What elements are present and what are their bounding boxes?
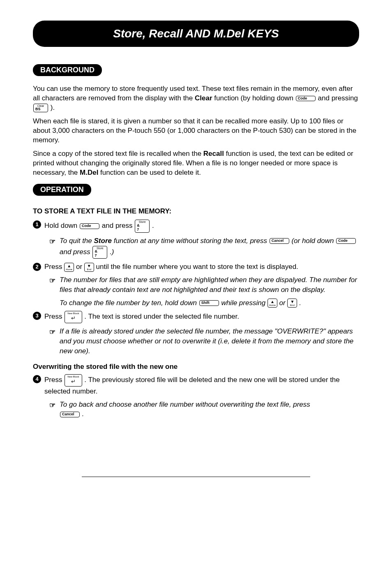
step-3: 3 Press New Block↵ . The text is stored … (33, 311, 359, 323)
key-down-end: ▼End (287, 299, 297, 308)
key-enter-newblock: New Block↵ (65, 374, 82, 387)
step-4-note: ☞ To go back and choose another file num… (49, 400, 359, 419)
key-store-7: Store&7 (92, 246, 107, 259)
text: function can be used to delete it. (100, 169, 201, 176)
step-content: Press ▲Home or ▼End until the file numbe… (44, 262, 359, 272)
text: or (76, 263, 84, 271)
text: Press (44, 313, 64, 321)
text: or (279, 299, 288, 307)
text: Press (44, 376, 64, 384)
text: .) (110, 248, 114, 256)
text: To change the file number by ten, hold d… (60, 298, 359, 308)
key-cancel: Cancel (270, 238, 289, 244)
key-cancel: Cancel (60, 412, 80, 417)
text: . The text is stored under the selected … (84, 313, 239, 321)
pointing-hand-icon: ☞ (49, 276, 55, 286)
text: Since a copy of the stored text file is … (33, 150, 203, 157)
store-function-name: Store (94, 237, 112, 245)
step-2: 2 Press ▲Home or ▼End until the file num… (33, 262, 359, 272)
key-code: Code (80, 223, 99, 229)
text: . (299, 299, 301, 307)
key-up-home: ▲Home (64, 263, 74, 272)
text: until the file number where you want to … (96, 263, 298, 271)
pointing-hand-icon: ☞ (49, 401, 55, 410)
text: The number for files that are still empt… (60, 275, 359, 295)
key-up-home: ▲Home (267, 299, 277, 308)
step-content: Hold down Code and press Store&7 . (44, 220, 359, 232)
note-content: If a file is already stored under the se… (60, 327, 359, 356)
note-content: To quit the Store function at any time w… (60, 236, 359, 259)
page-title: Store, Recall AND M.Del KEYS (33, 21, 359, 47)
text: while pressing (221, 299, 267, 307)
clear-function-name: Clear (195, 94, 212, 102)
background-para-1: You can use the memory to store frequent… (33, 84, 359, 113)
pointing-hand-icon: ☞ (49, 237, 55, 247)
step-content: Press New Block↵ . The previously stored… (44, 374, 359, 396)
pointing-hand-icon: ☞ (49, 327, 55, 337)
text: To quit the (60, 237, 94, 245)
step-2-note-1: ☞ The number for files that are still em… (49, 275, 359, 308)
key-enter-newblock: New Block↵ (65, 311, 82, 323)
step-number-icon: 1 (33, 220, 41, 229)
background-para-3: Since a copy of the stored text file is … (33, 149, 359, 178)
text: and press (102, 222, 134, 230)
step-1-note: ☞ To quit the Store function at any time… (49, 236, 359, 259)
text: function (by holding down (214, 94, 295, 102)
step-content: Press New Block↵ . The text is stored un… (44, 311, 359, 323)
key-code: Code (296, 96, 316, 102)
recall-function-name: Recall (203, 150, 224, 157)
note-content: To go back and choose another file numbe… (60, 400, 359, 419)
key-code: Code (336, 238, 356, 244)
text: ). (51, 104, 55, 111)
note-content: The number for files that are still empt… (60, 275, 359, 308)
footer-divider (82, 477, 310, 477)
step-number-icon: 3 (33, 312, 41, 320)
section-heading-background: BACKGROUND (33, 64, 102, 76)
text: . (152, 222, 154, 230)
key-down-end: ▼End (84, 263, 94, 272)
text: To change the file number by ten, hold d… (60, 299, 199, 307)
mdel-function-name: M.Del (80, 169, 98, 176)
section-heading-operation: OPERATION (33, 184, 91, 196)
step-1: 1 Hold down Code and press Store&7 . (33, 220, 359, 232)
overwrite-subheading: Overwriting the stored file with the new… (33, 363, 359, 371)
background-para-2: When each file is stared, it is given a … (33, 117, 359, 145)
step-4: 4 Press New Block↵ . The previously stor… (33, 374, 359, 396)
key-store-7: Store&7 (135, 220, 150, 232)
text: and press (60, 248, 92, 256)
step-number-icon: 2 (33, 263, 41, 271)
text: function at any time without storing the… (114, 237, 269, 245)
step-3-note: ☞ If a file is already stored under the … (49, 327, 359, 356)
store-procedure-heading: TO STORE A TEXT FILE IN THE MEMORY: (33, 207, 359, 215)
text: . The previously stored file will be del… (44, 376, 340, 395)
key-shift: Shift (199, 300, 219, 306)
text: Hold down (44, 222, 79, 230)
key-bs: ClearBS (33, 104, 48, 113)
text: To go back and choose another file numbe… (60, 401, 310, 408)
text: and pressing (318, 94, 358, 102)
text: (or hold down (291, 237, 336, 245)
step-number-icon: 4 (33, 375, 41, 383)
text: . (82, 410, 84, 418)
text: Press (44, 263, 64, 271)
